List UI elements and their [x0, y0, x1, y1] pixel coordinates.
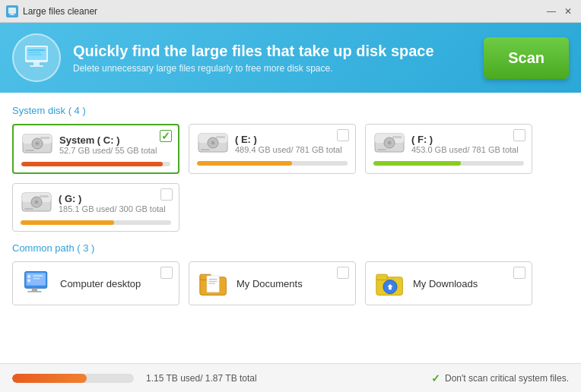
svg-point-35: [36, 201, 37, 203]
disk-bar-0: [21, 162, 170, 166]
path-icon-desktop: [22, 270, 52, 297]
disk-name-0: System ( C: ): [59, 134, 170, 146]
disk-usage-3: 185.1 GB used/ 300 GB total: [59, 204, 171, 213]
svg-rect-15: [25, 150, 34, 151]
svg-rect-36: [24, 208, 33, 210]
svg-rect-37: [40, 195, 49, 198]
main-content: System disk ( 4 ) System ( C: )52.7 GB u…: [0, 93, 581, 363]
disk-bar-fill-0: [21, 162, 163, 166]
svg-rect-4: [27, 47, 46, 60]
svg-rect-53: [376, 274, 388, 280]
svg-rect-22: [201, 149, 210, 150]
path-icon-downloads: [375, 270, 405, 297]
hdd-svg-3: [21, 190, 52, 214]
svg-rect-5: [33, 62, 40, 65]
hdd-icon-1: [197, 131, 229, 157]
scan-button[interactable]: Scan: [484, 37, 569, 79]
svg-rect-30: [392, 136, 402, 138]
disk-card-2[interactable]: ( F: )453.0 GB used/ 781 GB total: [365, 124, 532, 174]
path-name-0: Computer desktop: [60, 278, 141, 289]
close-button[interactable]: ✕: [561, 5, 575, 18]
disk-bar-1: [197, 161, 348, 166]
hdd-icon-2: [373, 131, 405, 157]
svg-point-28: [389, 142, 390, 144]
disk-checkbox-2[interactable]: [513, 129, 525, 141]
svg-rect-29: [377, 149, 386, 150]
titlebar: Large files cleaner — ✕: [0, 0, 581, 23]
disk-info-1: ( E: )489.4 GB used/ 781 GB total: [235, 134, 348, 154]
path-card-0[interactable]: Computer desktop: [12, 261, 179, 305]
disk-checkbox-1[interactable]: [337, 129, 349, 141]
disk-grid: System ( C: )52.7 GB used/ 55 GB total✓ …: [12, 124, 569, 232]
svg-rect-42: [27, 275, 30, 278]
path-grid: Computer desktop My Documents My Downloa…: [12, 261, 569, 305]
footer-bar-bg: [12, 374, 134, 383]
disk-bar-fill-3: [21, 220, 114, 225]
svg-rect-2: [9, 14, 15, 15]
footer-bar-fill: [12, 374, 87, 383]
disk-card-0[interactable]: System ( C: )52.7 GB used/ 55 GB total✓: [12, 124, 179, 174]
common-path-title: Common path ( 3 ): [12, 242, 569, 254]
header: Quickly find the large files that take u…: [0, 23, 581, 93]
header-text: Quickly find the large files that take u…: [73, 43, 471, 74]
disk-card-1[interactable]: ( E: )489.4 GB used/ 781 GB total: [189, 124, 356, 174]
svg-rect-6: [30, 65, 43, 67]
disk-bar-2: [373, 161, 524, 166]
footer-usage: 1.15 TB used/ 1.87 TB total: [146, 373, 257, 384]
svg-rect-45: [33, 278, 40, 280]
disk-card-3[interactable]: ( G: )185.1 GB used/ 300 GB total: [12, 183, 179, 232]
disk-checkbox-0[interactable]: ✓: [160, 130, 172, 142]
path-checkbox-2[interactable]: [513, 267, 525, 279]
path-icon-documents: [198, 270, 229, 297]
hdd-svg-0: [21, 131, 53, 156]
disk-usage-1: 489.4 GB used/ 781 GB total: [235, 145, 348, 154]
svg-rect-16: [40, 137, 49, 139]
disk-name-1: ( E: ): [235, 134, 348, 145]
svg-rect-44: [33, 275, 43, 277]
header-title: Quickly find the large files that take u…: [73, 43, 471, 60]
path-checkbox-0[interactable]: [160, 267, 173, 279]
disk-usage-2: 453.0 GB used/ 781 GB total: [411, 145, 524, 154]
hdd-icon-0: [21, 131, 53, 158]
disk-info-0: System ( C: )52.7 GB used/ 55 GB total: [59, 134, 170, 155]
disk-bar-fill-1: [197, 161, 292, 166]
footer-used: 1.15 TB used/: [146, 373, 203, 384]
svg-rect-23: [216, 136, 225, 138]
svg-rect-40: [32, 288, 37, 291]
path-card-1[interactable]: My Documents: [189, 261, 356, 305]
path-card-2[interactable]: My Downloads: [365, 261, 532, 305]
svg-point-21: [212, 142, 214, 144]
disk-info-3: ( G: )185.1 GB used/ 300 GB total: [59, 193, 171, 213]
path-checkbox-1[interactable]: [337, 267, 349, 279]
svg-rect-41: [27, 291, 41, 292]
hdd-svg-2: [373, 131, 405, 155]
minimize-button[interactable]: —: [544, 5, 558, 18]
disk-checkbox-3[interactable]: [160, 188, 173, 201]
hdd-svg-1: [197, 131, 229, 155]
system-disk-title: System disk ( 4 ): [12, 105, 569, 116]
disk-bar-3: [21, 220, 171, 225]
path-name-1: My Documents: [237, 278, 303, 289]
app-icon: [6, 5, 18, 17]
disk-bar-fill-2: [373, 161, 461, 166]
disk-name-2: ( F: ): [411, 134, 524, 145]
svg-rect-43: [27, 280, 30, 283]
path-name-2: My Downloads: [413, 278, 478, 289]
app-title: Large files cleaner: [23, 6, 544, 17]
disk-name-3: ( G: ): [59, 193, 171, 204]
footer-option: ✓ Don't scan critical system files.: [431, 372, 569, 384]
disk-usage-0: 52.7 GB used/ 55 GB total: [59, 146, 170, 155]
option-checkmark: ✓: [431, 372, 440, 384]
footer-total: 1.87 TB total: [205, 373, 257, 384]
svg-rect-48: [207, 276, 219, 292]
svg-point-14: [37, 143, 38, 144]
hdd-icon-3: [21, 190, 52, 217]
header-subtitle: Delete unnecessary large files regularly…: [73, 63, 471, 74]
svg-rect-0: [8, 8, 16, 14]
window-controls: — ✕: [544, 5, 575, 18]
option-label: Don't scan critical system files.: [445, 373, 569, 384]
header-icon: [12, 33, 61, 82]
footer: 1.15 TB used/ 1.87 TB total ✓ Don't scan…: [0, 363, 581, 392]
disk-info-2: ( F: )453.0 GB used/ 781 GB total: [411, 134, 524, 154]
